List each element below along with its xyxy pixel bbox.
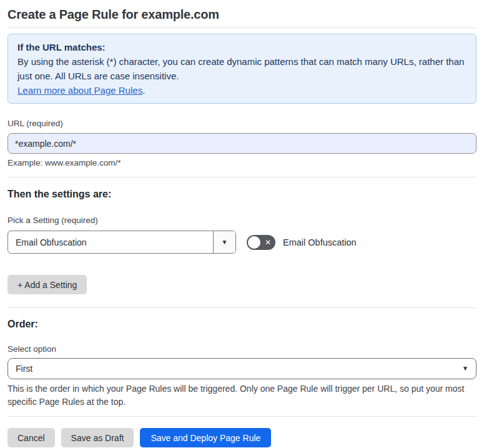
cancel-button[interactable]: Cancel xyxy=(7,428,55,447)
settings-section-heading: Then the settings are: xyxy=(7,188,477,201)
divider xyxy=(7,416,477,417)
footer-actions: Cancel Save as Draft Save and Deploy Pag… xyxy=(7,428,477,447)
chevron-down-icon: ▼ xyxy=(222,239,228,246)
order-select-value: First xyxy=(16,364,32,374)
divider xyxy=(7,307,477,308)
save-and-deploy-button[interactable]: Save and Deploy Page Rule xyxy=(140,428,271,447)
setting-row: Email Obfuscation ▼ ✕ Email Obfuscation xyxy=(7,231,477,254)
link-suffix: . xyxy=(142,85,145,96)
url-input[interactable] xyxy=(7,133,477,154)
pick-setting-label: Pick a Setting (required) xyxy=(7,215,477,226)
setting-select-arrow-button[interactable]: ▼ xyxy=(213,231,235,253)
url-example-text: Example: www.example.com/* xyxy=(7,157,477,168)
order-help-text: This is the order in which your Page Rul… xyxy=(7,382,477,409)
info-box-link-line: Learn more about Page Rules. xyxy=(17,83,467,97)
chevron-down-icon: ▼ xyxy=(462,366,468,372)
learn-more-link[interactable]: Learn more about Page Rules xyxy=(17,85,142,96)
info-box-heading: If the URL matches: xyxy=(17,40,467,54)
order-select-label: Select option xyxy=(7,344,477,354)
page-title: Create a Page Rule for example.com xyxy=(7,6,477,22)
email-obfuscation-toggle-group: ✕ Email Obfuscation xyxy=(247,235,357,250)
url-match-info-box: If the URL matches: By using the asteris… xyxy=(7,34,477,104)
toggle-knob xyxy=(248,236,260,249)
toggle-off-x-icon: ✕ xyxy=(265,238,271,246)
email-obfuscation-toggle[interactable]: ✕ xyxy=(247,235,275,250)
order-select[interactable]: First ▼ xyxy=(7,358,477,379)
save-as-draft-button[interactable]: Save as Draft xyxy=(61,428,134,447)
add-setting-button[interactable]: + Add a Setting xyxy=(7,275,87,294)
divider xyxy=(7,27,477,28)
setting-select-value: Email Obfuscation xyxy=(8,231,213,253)
url-field-label: URL (required) xyxy=(7,118,477,129)
toggle-label: Email Obfuscation xyxy=(283,237,357,247)
setting-select[interactable]: Email Obfuscation ▼ xyxy=(7,231,236,254)
divider xyxy=(7,177,477,177)
order-section-heading: Order: xyxy=(7,318,477,331)
page-rule-form: Create a Page Rule for example.com If th… xyxy=(0,0,484,447)
info-box-body: By using the asterisk (*) character, you… xyxy=(17,54,467,83)
